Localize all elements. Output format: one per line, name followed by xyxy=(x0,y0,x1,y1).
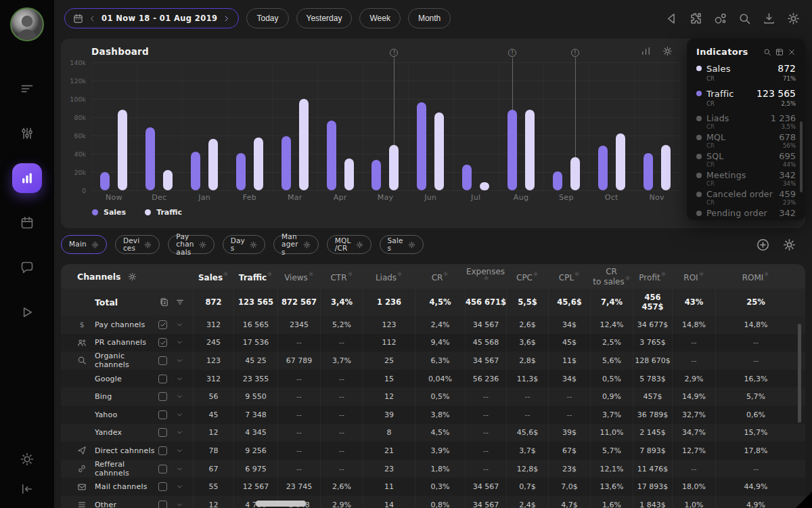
indicator-item[interactable]: Liads1 236CR3,5% xyxy=(696,113,796,130)
column-header-expenses[interactable]: Expenses xyxy=(465,268,506,286)
column-header-ctr[interactable]: CTR xyxy=(320,272,363,282)
yesterday-button[interactable]: Yesterday xyxy=(296,8,353,28)
bar-traffic-dec[interactable] xyxy=(163,170,173,190)
avatar[interactable] xyxy=(10,7,44,41)
bar-sales-nov[interactable] xyxy=(644,153,653,190)
filter-chip-devices[interactable]: Devi ces xyxy=(115,235,160,254)
column-header-cpl[interactable]: CPL xyxy=(548,272,590,282)
close-icon[interactable] xyxy=(788,48,796,56)
table-row[interactable]: Organic channels12345 2567 7893,7%256,3%… xyxy=(61,352,805,370)
bar-sales-dec[interactable] xyxy=(145,127,155,190)
bar-traffic-jul[interactable] xyxy=(480,182,489,190)
table-row[interactable]: Mail channels5512 56723 7452,6%110,3%34 … xyxy=(61,478,805,496)
bar-sales-oct[interactable] xyxy=(598,146,608,190)
row-checkbox[interactable] xyxy=(158,356,167,365)
column-header-roi[interactable]: ROI xyxy=(672,272,715,282)
bar-traffic-sep[interactable] xyxy=(570,157,580,190)
filter-chip-main[interactable]: Main xyxy=(61,235,107,254)
chevron-down-icon[interactable] xyxy=(176,339,183,346)
table-row[interactable]: Other124 7861 0482,9%140,8%34 5672,4$4,7… xyxy=(61,496,805,508)
bar-sales-may[interactable] xyxy=(371,160,381,190)
puzzle-icon[interactable] xyxy=(690,12,702,25)
gear-icon[interactable] xyxy=(128,272,137,281)
table-row[interactable]: $Pay channels31216 56523455,2%1232,4%34 … xyxy=(61,316,805,334)
column-header-romi[interactable]: ROMI xyxy=(715,272,796,282)
grid-icon[interactable] xyxy=(775,48,784,56)
table-row[interactable]: Yandex124 345----84,5%--45,6$39$11,0%2 1… xyxy=(61,424,805,442)
chevron-down-icon[interactable] xyxy=(176,447,183,454)
bar-sales-aug[interactable] xyxy=(508,110,517,190)
gear-icon[interactable] xyxy=(764,272,769,276)
gear-icon[interactable] xyxy=(223,272,228,276)
search-icon[interactable] xyxy=(763,48,771,56)
table-total-row[interactable]: Total 2 872123 565872 5673,4%1 2364,5%45… xyxy=(61,289,805,316)
indicators-scrollbar[interactable] xyxy=(800,121,803,192)
settings-icon[interactable] xyxy=(783,238,796,251)
gear-icon[interactable] xyxy=(533,272,538,276)
gear-icon[interactable] xyxy=(662,46,673,56)
indicator-item[interactable]: Sales872CR71% xyxy=(696,63,796,82)
download-icon[interactable] xyxy=(763,12,775,25)
filter-icon[interactable] xyxy=(175,297,185,307)
gear-icon[interactable] xyxy=(309,272,313,276)
today-button[interactable]: Today xyxy=(246,8,288,28)
table-vertical-scrollbar[interactable] xyxy=(798,324,801,423)
gear-icon[interactable] xyxy=(144,241,152,249)
table-row[interactable]: PR cahannels24517 536----1129,4%45 5683,… xyxy=(61,334,805,352)
share-icon[interactable] xyxy=(714,12,727,25)
back-icon[interactable] xyxy=(665,12,678,25)
chevron-down-icon[interactable] xyxy=(176,357,183,364)
chevron-down-icon[interactable] xyxy=(176,465,183,473)
bar-sales-mar[interactable] xyxy=(281,136,291,190)
gear-icon[interactable] xyxy=(199,241,206,249)
sliders-icon[interactable] xyxy=(12,119,42,148)
gear-icon[interactable] xyxy=(661,272,666,276)
indicator-item[interactable]: Canceled order459CR23% xyxy=(696,189,796,206)
chevron-down-icon[interactable] xyxy=(176,429,183,436)
gear-icon[interactable] xyxy=(699,272,704,276)
bar-traffic-oct[interactable] xyxy=(616,133,625,190)
gear-icon[interactable] xyxy=(625,276,630,280)
calendar-icon[interactable] xyxy=(12,208,42,238)
bar-sales-jan[interactable] xyxy=(191,152,200,190)
search-icon[interactable] xyxy=(738,12,751,25)
chevron-down-icon[interactable] xyxy=(176,375,183,383)
row-checkbox[interactable] xyxy=(158,482,167,491)
row-checkbox[interactable] xyxy=(158,501,167,508)
bar-traffic-aug[interactable] xyxy=(525,110,535,190)
filter-chip-sales[interactable]: Sale s xyxy=(380,235,424,254)
gear-icon[interactable] xyxy=(250,241,257,249)
indicator-item[interactable]: Pending order342 xyxy=(696,208,796,218)
gear-icon[interactable] xyxy=(348,272,353,276)
chevron-right-icon[interactable] xyxy=(223,15,230,22)
gear-icon[interactable] xyxy=(484,276,489,280)
gear-icon[interactable] xyxy=(356,241,363,249)
bar-traffic-feb[interactable] xyxy=(254,137,263,190)
chat-icon[interactable] xyxy=(12,253,42,282)
month-button[interactable]: Month xyxy=(408,8,451,28)
table-row[interactable]: Google31223 355----150,04%56 23611,3$34$… xyxy=(61,370,805,388)
menu-icon[interactable] xyxy=(12,74,42,104)
filter-chip-managers[interactable]: Man ager s xyxy=(273,235,319,254)
filter-chip-mql-cr[interactable]: MQL /CR xyxy=(327,235,371,254)
annotation-marker[interactable]: ! xyxy=(575,58,576,157)
gear-icon[interactable] xyxy=(303,241,311,249)
bar-traffic-jun[interactable] xyxy=(434,112,444,190)
chevron-left-icon[interactable] xyxy=(89,15,96,22)
row-checkbox[interactable] xyxy=(158,410,167,419)
bar-traffic-may[interactable] xyxy=(389,145,399,191)
chevron-down-icon[interactable] xyxy=(176,321,183,329)
gear-icon[interactable] xyxy=(574,272,579,276)
bar-traffic-jan[interactable] xyxy=(208,139,218,190)
settings-icon[interactable] xyxy=(787,12,800,25)
table-row[interactable]: Yahoo457 348----393,8%------3,7%36 789$3… xyxy=(61,406,805,424)
annotation-alert-icon[interactable]: ! xyxy=(571,49,579,57)
date-range-picker[interactable]: 01 Now 18 - 01 Aug 2019 xyxy=(64,8,239,28)
chevron-down-icon[interactable] xyxy=(176,483,183,490)
row-checkbox[interactable] xyxy=(158,392,167,401)
row-checkbox[interactable] xyxy=(158,428,167,437)
bar-traffic-apr[interactable] xyxy=(344,158,354,190)
gear-icon[interactable] xyxy=(408,241,415,249)
table-row[interactable]: Direct cahnnels789 256----213,9%--3,7$67… xyxy=(61,442,805,460)
dashboard-icon[interactable] xyxy=(12,163,42,193)
